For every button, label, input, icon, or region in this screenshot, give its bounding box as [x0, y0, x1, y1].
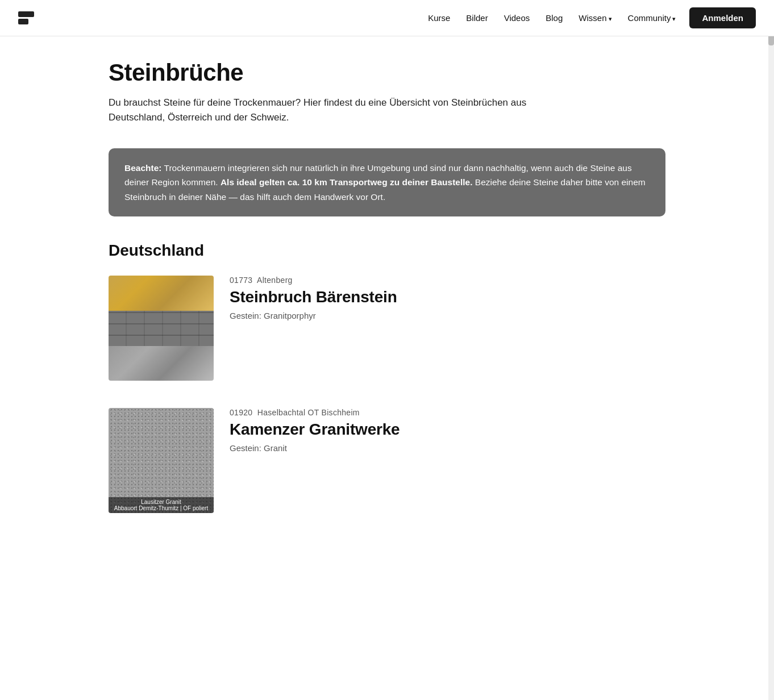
info-box-text-bold: Als ideal gelten ca. 10 km Transportweg …	[220, 177, 473, 187]
info-box: Beachte: Trockenmauern integrieren sich …	[109, 148, 665, 217]
quarry-rock-kamenzer: Gestein: Granit	[230, 443, 400, 453]
main-content: Steinbrüche Du brauchst Steine für deine…	[74, 36, 700, 574]
scrollbar-track[interactable]	[768, 0, 774, 574]
quarry-name-baerenstein: Steinbruch Bärenstein	[230, 288, 397, 306]
quarry-image-caption-kamenzer: Lausitzer Granit Abbauort Demitz-Thumitz…	[109, 497, 214, 513]
quarry-image-baerenstein	[109, 276, 214, 381]
nav-link-blog[interactable]: Blog	[546, 13, 563, 23]
quarry-name-kamenzer: Kamenzer Granitwerke	[230, 420, 400, 439]
quarry-image-panel-wall	[109, 311, 214, 346]
quarry-rock-baerenstein: Gestein: Granitporphyr	[230, 311, 397, 320]
quarry-info-kamenzer: 01920 Haselbachtal OT Bischheim Kamenzer…	[230, 408, 400, 453]
nav-link-bilder[interactable]: Bilder	[466, 13, 488, 23]
quarry-card-kamenzer: Lausitzer Granit Abbauort Demitz-Thumitz…	[109, 408, 665, 513]
section-title-deutschland: Deutschland	[109, 241, 665, 260]
nav-link-videos[interactable]: Videos	[504, 13, 530, 23]
logo-block-bottom	[18, 19, 28, 24]
nav-link-community[interactable]: Community	[628, 13, 676, 23]
nav-link-kurse[interactable]: Kurse	[428, 13, 450, 23]
quarry-info-baerenstein: 01773 Altenberg Steinbruch Bärenstein Ge…	[230, 276, 397, 320]
site-logo[interactable]	[18, 11, 34, 24]
info-box-prefix: Beachte:	[124, 163, 161, 173]
nav-links: Kurse Bilder Videos Blog Wissen Communit…	[428, 13, 676, 23]
quarry-image-panel-gravel	[109, 276, 214, 311]
quarry-location-baerenstein: 01773 Altenberg	[230, 276, 397, 285]
logo-block-top	[18, 11, 34, 17]
quarry-image-panel-stone	[109, 346, 214, 381]
quarry-card-baerenstein: 01773 Altenberg Steinbruch Bärenstein Ge…	[109, 276, 665, 381]
page-title: Steinbrüche	[109, 59, 665, 86]
nav-link-wissen[interactable]: Wissen	[579, 13, 611, 23]
quarry-location-kamenzer: 01920 Haselbachtal OT Bischheim	[230, 408, 400, 417]
anmelden-button[interactable]: Anmelden	[689, 7, 756, 28]
quarry-image-kamenzer: Lausitzer Granit Abbauort Demitz-Thumitz…	[109, 408, 214, 513]
page-subtitle: Du brauchst Steine für deine Trockenmaue…	[109, 95, 540, 126]
main-nav: Kurse Bilder Videos Blog Wissen Communit…	[0, 0, 774, 36]
section-deutschland: Deutschland 01773 Altenberg Steinbruch B…	[109, 241, 665, 513]
